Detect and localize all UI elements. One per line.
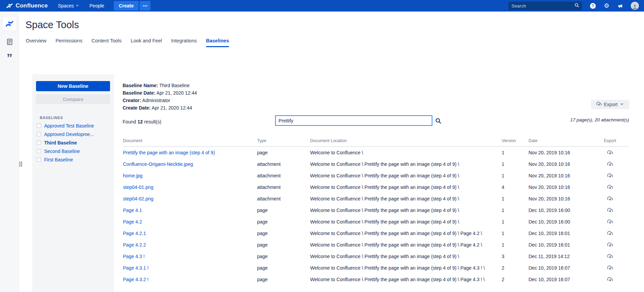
document-link[interactable]: Page 4.3 ! xyxy=(123,254,257,259)
tab-permissions[interactable]: Permissions xyxy=(55,38,82,47)
document-date: Dec 10, 2019 16:07 xyxy=(529,265,591,271)
document-version: 3 xyxy=(502,254,529,259)
table-row: Confluence-Origami-Necktie.jpeg attachme… xyxy=(123,158,629,170)
table-row: Page 4.2.2 page Welcome to Confluence \ … xyxy=(123,239,629,251)
tab-baselines[interactable]: Baselines xyxy=(206,38,229,47)
help-icon[interactable]: ? xyxy=(590,3,596,9)
table-row: Page 4.2 page Welcome to Confluence \ Pr… xyxy=(123,216,629,228)
document-link[interactable]: Page 4.3.1 ! xyxy=(123,265,257,271)
tab-label: Overview xyxy=(26,38,46,43)
document-version: 2 xyxy=(502,265,529,271)
document-link[interactable]: Page 4.3.2 ! xyxy=(123,277,257,282)
export-icon[interactable] xyxy=(607,208,613,213)
table-header: Document Type Document Location Version … xyxy=(123,138,629,147)
export-icon[interactable] xyxy=(607,150,613,155)
export-icon[interactable] xyxy=(607,219,613,225)
export-icon[interactable] xyxy=(607,196,613,201)
nav-item-people[interactable]: People xyxy=(89,3,104,8)
document-date: Nov 20, 2019 10:16 xyxy=(529,196,591,201)
column-header-document: Document xyxy=(123,138,257,143)
baseline-checkbox[interactable] xyxy=(37,132,41,136)
navbar-search-input[interactable] xyxy=(511,3,574,9)
baseline-link[interactable]: Approved Developme... xyxy=(44,132,94,137)
row-export-cell xyxy=(591,184,629,190)
chevron-down-icon xyxy=(75,3,79,8)
confluence-logo-icon xyxy=(6,2,13,9)
new-baseline-button[interactable]: New Baseline xyxy=(36,81,110,91)
detail-label: Creator: xyxy=(123,98,141,103)
confluence-brand[interactable]: Confluence xyxy=(6,2,48,9)
document-link[interactable]: Page 4.1 xyxy=(123,208,257,213)
search-icon[interactable] xyxy=(574,3,579,9)
export-icon[interactable] xyxy=(607,231,613,236)
filter-input[interactable] xyxy=(275,115,432,126)
export-icon[interactable] xyxy=(607,173,613,178)
column-header-version: Version xyxy=(502,138,529,143)
baseline-checkbox[interactable] xyxy=(37,149,41,153)
document-link[interactable]: Confluence-Origami-Necktie.jpeg xyxy=(123,161,257,167)
document-version: 4 xyxy=(502,184,529,190)
filter-search-icon[interactable] xyxy=(435,118,442,125)
document-date: Nov 20, 2019 10:16 xyxy=(529,173,591,178)
page-attachment-summary: 17 page(s), 20 attachment(s) xyxy=(570,117,629,122)
tab-label: Baselines xyxy=(206,38,229,43)
document-link[interactable]: home.jpg xyxy=(123,173,257,178)
create-button[interactable]: Create xyxy=(114,1,139,11)
export-icon[interactable] xyxy=(607,184,613,190)
document-location: Welcome to Confluence \ Prettify the pag… xyxy=(310,208,502,213)
document-link[interactable]: Page 4.2.2 xyxy=(123,242,257,248)
space-sidebar: ” xyxy=(0,12,19,292)
page-title: Space Tools xyxy=(25,19,79,31)
tab-label: Permissions xyxy=(55,38,82,43)
baseline-link[interactable]: Second Baseline xyxy=(44,149,80,154)
export-icon[interactable] xyxy=(607,277,613,282)
document-version: 1 xyxy=(502,196,529,201)
table-row: home.jpg attachment Welcome to Confluenc… xyxy=(123,170,629,181)
export-icon[interactable] xyxy=(607,161,613,167)
detail-value: Apr 21, 2020 12:44 xyxy=(150,105,192,111)
export-icon[interactable] xyxy=(607,242,613,248)
baseline-checkbox[interactable] xyxy=(37,123,41,128)
column-header-export: Export xyxy=(591,138,629,143)
avatar[interactable] xyxy=(631,2,639,10)
baseline-link[interactable]: Third Baseline xyxy=(44,140,77,145)
document-link[interactable]: Prettify the page with an image (step 4 … xyxy=(123,150,257,155)
more-button[interactable]: ••• xyxy=(140,1,150,11)
export-button[interactable]: Export xyxy=(591,100,629,109)
tab-look-and-feel[interactable]: Look and Feel xyxy=(131,38,162,47)
baseline-link[interactable]: Approved Test Baseline xyxy=(44,123,94,129)
baseline-checkbox[interactable] xyxy=(37,140,41,145)
document-link[interactable]: Page 4.2 xyxy=(123,219,257,225)
space-logo-icon[interactable] xyxy=(3,17,16,31)
baseline-checkbox[interactable] xyxy=(37,157,41,162)
tab-integrations[interactable]: Integrations xyxy=(171,38,197,47)
document-link[interactable]: step04-02.png xyxy=(123,196,257,201)
sidebar-resize-handle[interactable] xyxy=(19,161,22,167)
export-icon[interactable] xyxy=(607,265,613,271)
gear-icon[interactable]: ⚙ xyxy=(604,3,609,9)
pages-icon[interactable] xyxy=(0,38,19,46)
document-type: page xyxy=(257,265,310,271)
tab-overview[interactable]: Overview xyxy=(26,38,46,47)
document-location: Welcome to Confluence \ Prettify the pag… xyxy=(310,173,502,178)
baseline-list-item: Approved Developme... xyxy=(32,130,114,138)
row-export-cell xyxy=(591,265,629,271)
nav-item-spaces[interactable]: Spaces xyxy=(58,3,79,8)
quote-icon[interactable]: ” xyxy=(0,54,19,61)
navbar-search[interactable] xyxy=(508,2,582,10)
document-link[interactable]: step04-01.png xyxy=(123,184,257,190)
baseline-link[interactable]: First Baseline xyxy=(44,157,73,162)
document-version: 1 xyxy=(502,161,529,167)
row-export-cell xyxy=(591,161,629,167)
document-location: Welcome to Confluence \ Prettify the pag… xyxy=(310,161,502,167)
tab-content-tools[interactable]: Content Tools xyxy=(91,38,121,47)
row-export-cell xyxy=(591,208,629,213)
document-link[interactable]: Page 4.2.1 xyxy=(123,231,257,236)
row-export-cell xyxy=(591,254,629,259)
baseline-list-item: Approved Test Baseline xyxy=(32,121,114,130)
document-type: page xyxy=(257,254,310,259)
megaphone-icon[interactable] xyxy=(618,3,623,9)
baseline-list-item: Second Baseline xyxy=(32,147,114,155)
document-location: Welcome to Confluence \ Prettify the pag… xyxy=(310,196,502,201)
export-icon[interactable] xyxy=(607,254,613,259)
